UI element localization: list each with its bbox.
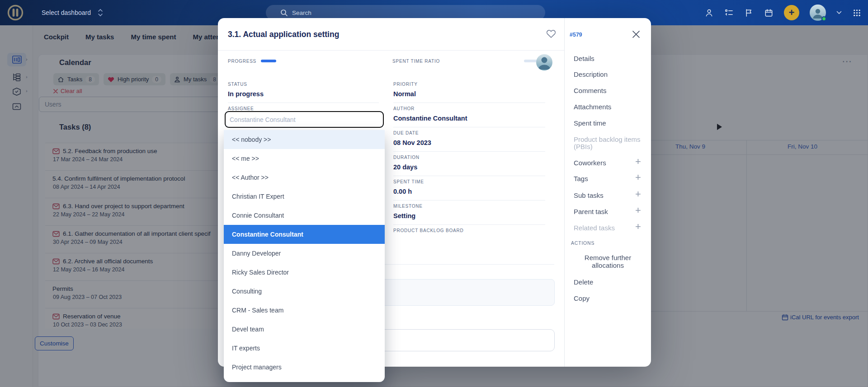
author-label: AUTHOR [393,106,415,111]
task-detail-modal: 3.1. Actual application setting PROGRESS… [218,18,651,367]
dropdown-option[interactable]: CRM - Sales team [224,301,385,320]
due-date-value[interactable]: 08 Nov 2023 [393,139,431,146]
spent-time-label: SPENT TIME [393,179,424,184]
add-coworkers-icon[interactable]: + [635,158,641,165]
tags-row[interactable]: Tags [574,175,588,182]
create-new-button[interactable]: + [784,5,799,20]
avatar-chevron-down-icon[interactable] [836,11,842,14]
product-backlog-board-label: PRODUCT BACKLOG BOARD [393,228,464,233]
dashboard-selector-label: Select dashboard [42,9,91,16]
add-sub-task-icon[interactable]: + [635,191,641,198]
spent-time-ratio-label: SPENT TIME RATIO [392,59,440,64]
delete-button[interactable]: Delete [574,278,593,286]
dropdown-option[interactable]: Christian IT Expert [224,187,385,206]
field-divider [393,224,545,225]
dropdown-option[interactable]: Danny Developer [224,244,385,263]
add-parent-task-icon[interactable]: + [635,207,641,214]
dropdown-option[interactable]: Connie Consultant [224,206,385,225]
dropdown-option[interactable]: IT experts [224,339,385,358]
assignee-avatar[interactable] [536,54,552,70]
close-icon[interactable] [631,29,642,40]
milestone-value[interactable]: Setting [393,212,415,219]
dropdown-option[interactable]: Project managers [224,358,385,377]
todo-list-icon[interactable] [724,8,734,18]
field-divider [393,176,545,176]
contacts-icon[interactable] [704,8,714,18]
nav-description[interactable]: Description [574,70,608,78]
dropdown-option[interactable]: << Author >> [224,168,385,187]
assignee-dropdown: << nobody >> << me >> << Author >> Chris… [224,130,385,382]
flag-icon[interactable] [744,8,754,18]
coworkers-row[interactable]: Coworkers [574,159,606,167]
assignee-input[interactable] [225,111,384,128]
field-divider [393,151,545,152]
issue-id-link[interactable]: #579 [570,32,582,38]
dropdown-option[interactable]: << nobody >> [224,130,385,149]
nav-attachments[interactable]: Attachments [574,103,611,111]
dropdown-option-selected[interactable]: Constantine Consultant [224,225,385,244]
dropdown-option[interactable]: Ricky Sales Director [224,263,385,282]
dropdown-option[interactable]: << me >> [224,149,385,168]
progress-label: PROGRESS [228,59,256,64]
search-placeholder: Search [292,9,311,16]
nav-spent-time[interactable]: Spent time [574,119,606,127]
duration-label: DURATION [393,155,420,160]
spent-time-ratio-bar [524,60,538,62]
field-divider [228,103,379,103]
author-value: Constantine Consultant [393,115,467,122]
remove-further-allocations-button[interactable]: Remove further allocations [565,254,651,269]
favourite-heart-icon[interactable] [546,29,556,38]
dropdown-option[interactable]: Devel team [224,320,385,339]
duration-value[interactable]: 20 days [393,163,417,171]
online-status-dot [821,16,826,21]
dropdown-option[interactable]: Consulting [224,282,385,301]
priority-label: PRIORITY [393,82,418,87]
field-divider [393,200,545,200]
add-tags-icon[interactable]: + [635,174,641,181]
progress-bar[interactable] [261,60,276,62]
remove-further-allocations-label: Remove further allocations [576,254,640,269]
due-date-label: DUE DATE [393,131,419,135]
chevron-up-down-icon [97,8,104,18]
parent-task-row[interactable]: Parent task [574,208,608,215]
status-value[interactable]: In progress [228,90,264,98]
milestone-label: MILESTONE [393,204,423,209]
sub-tasks-row[interactable]: Sub tasks [574,191,604,199]
add-related-task-icon[interactable]: + [635,223,641,230]
modal-main-panel: 3.1. Actual application setting PROGRESS… [218,18,565,367]
nav-product-backlog-items: Product backlog items (PBIs) [574,136,642,150]
nav-details[interactable]: Details [574,55,594,62]
header-divider [218,50,564,51]
actions-section-label: ACTIONS [571,240,594,246]
modal-title: 3.1. Actual application setting [228,30,339,39]
status-label: STATUS [228,82,247,87]
spent-time-value[interactable]: 0.00 h [393,188,412,195]
priority-value[interactable]: Normal [393,90,416,98]
field-divider [393,127,545,127]
related-tasks-row: Related tasks [574,224,615,232]
app-logo-icon[interactable] [6,4,24,22]
modal-side-panel: #579 Details Description Comments Attach… [565,18,651,367]
calendar-icon[interactable] [764,8,774,18]
copy-button[interactable]: Copy [574,294,590,302]
apps-grid-icon[interactable] [852,8,862,18]
dashboard-selector[interactable]: Select dashboard [42,0,104,25]
user-avatar[interactable] [810,5,826,21]
search-icon [280,9,288,17]
topbar-actions: + [704,0,862,25]
field-divider [393,103,545,103]
assignee-label: ASSIGNEE [228,106,254,111]
nav-comments[interactable]: Comments [574,87,607,94]
